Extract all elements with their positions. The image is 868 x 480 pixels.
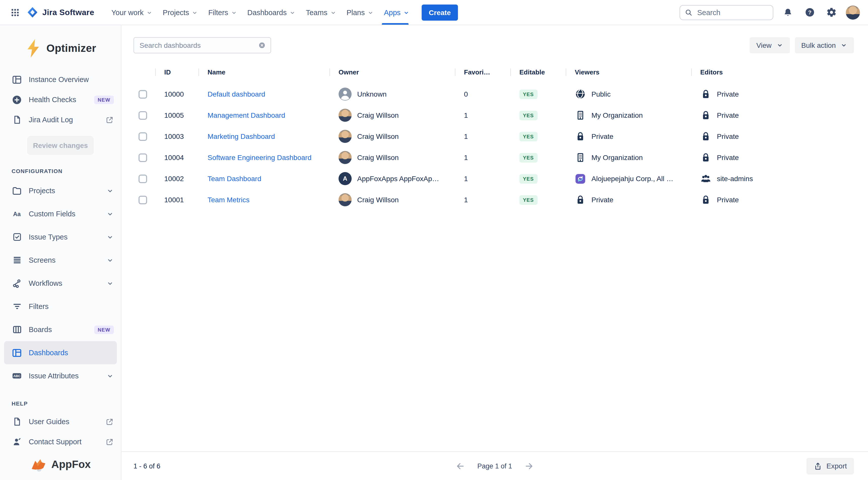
row-checkbox[interactable]	[138, 174, 147, 183]
dashboard-name-link[interactable]: Default dashboard	[208, 90, 265, 98]
help-icon[interactable]: ?	[803, 5, 817, 20]
nav-item[interactable]: Projects	[158, 0, 203, 25]
jira-logo[interactable]: Jira Software	[26, 6, 94, 19]
optimizer-title: Optimizer	[46, 42, 96, 54]
view-button-label: View	[756, 41, 772, 49]
dashboard-name-link[interactable]: Marketing Dashboard	[208, 132, 275, 140]
chevron-down-icon	[330, 9, 337, 16]
dashboard-name-link[interactable]: Management Dashboard	[208, 111, 285, 119]
nav-item[interactable]: Plans	[342, 0, 379, 25]
row-checkbox[interactable]	[138, 153, 147, 162]
sidebar-item-label: Issue Types	[29, 233, 67, 241]
search-dashboards-field[interactable]	[133, 37, 271, 53]
nav-item[interactable]: Your work	[106, 0, 158, 25]
sidebar-item-label: Health Checks	[29, 96, 76, 104]
sidebar-item-label: User Guides	[29, 418, 69, 426]
view-button[interactable]: View	[750, 37, 790, 53]
sidebar-item-instance-overview[interactable]: Instance Overview	[0, 69, 121, 90]
owner-avatar-letter: A	[339, 172, 352, 185]
favorites-column-header[interactable]: Favori…	[455, 68, 510, 76]
rows-icon	[11, 255, 22, 265]
id-column-header[interactable]: ID	[155, 68, 198, 76]
row-checkbox[interactable]	[138, 90, 147, 98]
owner-name: Unknown	[357, 90, 386, 98]
sidebar-item-issue-attributes[interactable]: ABC Issue Attributes	[0, 364, 121, 387]
sidebar-item-label: Boards	[29, 325, 52, 334]
row-checkbox[interactable]	[138, 132, 147, 141]
notifications-icon[interactable]	[781, 5, 795, 20]
chevron-down-icon	[106, 233, 114, 241]
row-id: 10004	[155, 153, 198, 162]
sidebar-item-boards[interactable]: Boards NEW	[0, 318, 121, 341]
chevron-down-icon	[289, 9, 296, 16]
table-body: 10000 Default dashboard Unknown 0 YES	[133, 83, 854, 210]
editable-column-header[interactable]: Editable	[510, 68, 566, 76]
viewers-column-header[interactable]: Viewers	[566, 68, 691, 76]
folder-icon	[11, 185, 22, 196]
previous-page-arrow-icon[interactable]	[456, 461, 465, 471]
settings-gear-icon[interactable]	[824, 5, 838, 20]
row-id: 10005	[155, 111, 198, 119]
chevron-down-icon	[776, 42, 783, 49]
nav-item-label: Apps	[384, 8, 401, 16]
sidebar-item-health-checks[interactable]: Health Checks NEW	[0, 90, 121, 110]
toolbar: View Bulk action	[133, 37, 854, 53]
owner-avatar-photo	[339, 151, 352, 164]
sidebar-item-screens[interactable]: Screens	[0, 248, 121, 272]
sidebar-item-jira-audit-log[interactable]: Jira Audit Log	[0, 110, 121, 130]
sidebar-item-filters[interactable]: Filters	[0, 295, 121, 318]
favorites-count: 0	[455, 90, 510, 98]
export-button[interactable]: Export	[806, 457, 854, 474]
nav-item[interactable]: Dashboards	[242, 0, 301, 25]
owner-name: Craig Willson	[357, 132, 399, 140]
svg-text:Aa: Aa	[13, 211, 21, 217]
row-checkbox[interactable]	[138, 111, 147, 119]
clear-search-icon[interactable]	[258, 41, 266, 49]
owner-name: Craig Willson	[357, 196, 399, 204]
dashboard-name-link[interactable]: Team Dashboard	[208, 175, 261, 183]
sidebar-item-issue-types[interactable]: Issue Types	[0, 226, 121, 248]
dashboard-name-link[interactable]: Software Engineering Dashboard	[208, 153, 312, 162]
row-checkbox[interactable]	[138, 196, 147, 204]
new-badge: NEW	[94, 95, 114, 104]
sidebar-item-custom-fields[interactable]: Aa Custom Fields	[0, 202, 121, 226]
global-search-input[interactable]	[696, 8, 768, 17]
favorites-count: 1	[455, 111, 510, 119]
brand-title: Jira Software	[42, 8, 94, 17]
search-icon	[685, 8, 693, 16]
next-page-arrow-icon[interactable]	[524, 461, 534, 471]
fox-icon	[30, 457, 49, 472]
viewers-label: Private	[591, 196, 613, 204]
nav-item[interactable]: Filters	[203, 0, 242, 25]
bulk-action-button[interactable]: Bulk action	[795, 37, 854, 53]
table-row: 10005 Management Dashboard Craig Willson…	[133, 105, 854, 126]
export-button-label: Export	[827, 462, 847, 470]
table-row: 10000 Default dashboard Unknown 0 YES	[133, 83, 854, 105]
row-id: 10003	[155, 132, 198, 140]
editors-column-header[interactable]: Editors	[691, 68, 817, 76]
results-range-label: 1 - 6 of 6	[133, 462, 160, 470]
global-search[interactable]	[680, 5, 773, 20]
sidebar-item-label: Screens	[29, 256, 55, 264]
nav-item[interactable]: Apps	[379, 0, 414, 25]
chevron-down-icon	[840, 42, 847, 49]
search-dashboards-input[interactable]	[138, 41, 255, 50]
dashboard-name-link[interactable]: Team Metrics	[208, 196, 249, 204]
lock-icon	[575, 194, 586, 205]
review-changes-button[interactable]: Review changes	[27, 136, 94, 155]
owner-avatar-photo	[339, 109, 352, 122]
nav-item-label: Dashboards	[247, 8, 287, 16]
create-button[interactable]: Create	[422, 4, 458, 21]
user-avatar[interactable]	[846, 5, 860, 20]
sidebar-item-contact-support[interactable]: Contact Support	[0, 432, 121, 452]
sidebar-item-dashboards[interactable]: Dashboards	[4, 341, 117, 364]
optimizer-logo: Optimizer	[0, 25, 121, 69]
nav-item[interactable]: Teams	[301, 0, 341, 25]
sidebar-item-projects[interactable]: Projects	[0, 179, 121, 202]
owner-column-header[interactable]: Owner	[330, 68, 455, 76]
sidebar-item-user-guides[interactable]: User Guides	[0, 412, 121, 432]
app-switcher-icon[interactable]	[8, 5, 22, 20]
chevron-down-icon	[106, 210, 114, 217]
name-column-header[interactable]: Name	[198, 68, 330, 76]
sidebar-item-workflows[interactable]: Workflows	[0, 272, 121, 295]
